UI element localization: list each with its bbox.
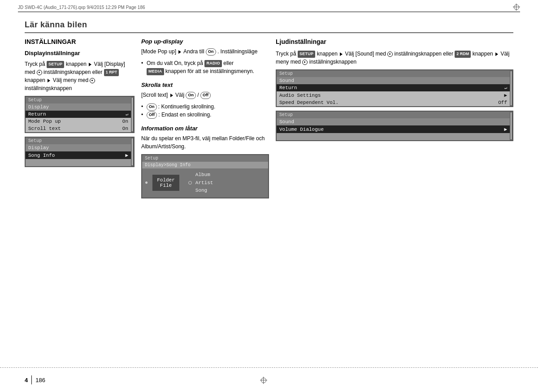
scrollbar-sound1: [510, 70, 512, 106]
arrow-voldialogue-icon: ▶: [504, 126, 507, 132]
chapter-number: 4: [25, 377, 28, 383]
sound-screen-header2: Setup: [277, 112, 510, 118]
sound-para: Tryck på SETUP knappen Välj [Sound] med …: [276, 50, 513, 66]
sound-screen-row-sound2: Sound: [277, 118, 510, 125]
display-para: Tryck på SETUP knappen Välj [Display] me…: [25, 60, 134, 92]
col-right: Ljudinställningar Tryck på SETUP knappen…: [276, 38, 513, 365]
arrow-icon: ▶: [125, 152, 128, 158]
screen-row-empty: [26, 159, 131, 166]
popup-para: [Mode Pop up] Andra till On . Inställnin…: [141, 47, 269, 56]
scroll-heading: Skrolla text: [141, 82, 269, 88]
badge-2rdm: 2 RDM: [455, 51, 471, 58]
main-heading: INSTÄLLNINGAR: [25, 38, 134, 45]
song-info-heading: Information om låtar: [141, 125, 269, 132]
scroll-para: [Scroll text] Välj On / Off: [141, 91, 269, 99]
arrow-right-right2: [495, 52, 498, 56]
song-info-para: När du spelar en MP3-fil, välj mellan Fo…: [141, 134, 269, 151]
arrow-right-icon2: [48, 79, 50, 82]
badge-off-bullet: Off: [147, 112, 157, 119]
popup-section: Pop up-display [Mode Pop up] Andra till …: [141, 38, 269, 75]
screen-display-2: Setup Display Song Info ▶: [25, 137, 134, 167]
song-info-screen-header: Setup: [142, 155, 268, 162]
page-num: 186: [35, 377, 45, 383]
top-bar: JD SWD-4C (Audio_171-276).qxp 9/4/2015 1…: [18, 4, 520, 12]
footer-divider: [31, 375, 32, 384]
song-info-panel: Setup Display>Song Info ● Folder File: [141, 154, 269, 198]
knob-icon: [37, 70, 42, 75]
screen-row-modepopup: Mode Pop up On: [26, 118, 131, 125]
badge-off-scroll: Off: [200, 92, 211, 99]
folder-file-box: Folder File: [152, 175, 179, 191]
scroll-text-section: Skrolla text [Scroll text] Välj On / Off…: [141, 82, 269, 119]
setup-badge-left: SETUP: [47, 61, 65, 68]
arrow-right-mid2: [170, 94, 173, 97]
screen-sound-1: Setup Sound Return ↵ Audio Settings ▶ Sp: [276, 69, 513, 107]
sound-screen-row-voldialogue: Volume Dialogue ▶: [277, 125, 510, 133]
screen-row-songinfo: Song Info ▶: [26, 151, 131, 159]
sound-screen-row-speed: Speed Dependent Vol. Off: [277, 99, 510, 106]
knob-icon-right: [387, 52, 393, 57]
bullet-off: Off : Endast en skrollning.: [141, 111, 269, 119]
screen-sound-2: Setup Sound Volume Dialogue ▶: [276, 111, 513, 141]
screen-row-display2: Display: [26, 144, 131, 151]
footer-crosshair: [260, 377, 267, 385]
sound-settings-heading: Ljudinställningar: [276, 38, 513, 45]
crosshair-icon: [513, 4, 520, 11]
scrollbar-2: [131, 138, 134, 166]
popup-heading: Pop up-display: [141, 38, 269, 45]
footer: 4 186: [0, 367, 538, 392]
screen-row-return: Return ↵: [26, 111, 131, 118]
sound-screen-header1: Setup: [277, 70, 510, 77]
setup-badge-right: SETUP: [298, 51, 316, 58]
sound-screen-row-return: Return ↵: [277, 84, 510, 91]
screen-row-scrolltext: Scroll text On: [26, 125, 131, 132]
display-settings-heading: Displayinställningar: [25, 50, 134, 56]
arrow-audio-icon: ▶: [504, 92, 507, 98]
bullet-on: On : Kontinuerlig skrollning.: [141, 103, 269, 111]
badge-media: MEDIA: [147, 68, 164, 75]
col-mid: Pop up-display [Mode Pop up] Andra till …: [141, 38, 276, 365]
song-info-subheader: Display>Song Info: [142, 162, 268, 168]
sound-screen-row-sound: Sound: [277, 77, 510, 84]
doc-info: JD SWD-4C (Audio_171-276).qxp 9/4/2015 1…: [18, 5, 145, 10]
badge-radio: RADIO: [204, 60, 222, 67]
knob-icon-right2: [302, 60, 308, 65]
page-number: 4 186: [25, 375, 45, 384]
badge-on-popup: On: [206, 48, 216, 56]
main-content: INSTÄLLNINGAR Displayinställningar Tryck…: [25, 38, 513, 365]
scroll-bullets: On : Kontinuerlig skrollning. Off : Enda…: [141, 103, 269, 119]
screen-row-display: Display: [26, 103, 131, 111]
scrollbar-1: [131, 97, 134, 132]
screen-display-1: Setup Display Return ↵ Mode Pop up On Sc: [25, 96, 134, 133]
badge-on-scroll: On: [186, 92, 196, 99]
knob-icon2: [90, 78, 95, 83]
footer-crosshair-icon: [260, 377, 267, 384]
screen-header: Setup: [26, 97, 131, 103]
sound-screen-row-empty2: [277, 133, 510, 140]
bullet-radio: Om du valt On, tryck på RADIO eller MEDI…: [141, 59, 269, 75]
song-info-section: Information om låtar När du spelar en MP…: [141, 125, 269, 198]
album-list: Album Artist Song: [195, 171, 213, 195]
arrow-right-mid1: [178, 50, 181, 54]
col-left: INSTÄLLNINGAR Displayinställningar Tryck…: [25, 38, 141, 365]
arrow-right-icon: [89, 63, 91, 66]
radio-circle-icon: [188, 181, 192, 185]
badge-on-bullet: On: [147, 103, 157, 111]
scrollbar-sound2: [510, 112, 512, 140]
popup-bullets: Om du valt On, tryck på RADIO eller MEDI…: [141, 59, 269, 75]
badge-1rpt: 1 RPT: [104, 69, 119, 76]
section-title: Lär känna bilen: [25, 20, 87, 30]
sound-screen-row-audio: Audio Settings ▶: [277, 91, 510, 99]
screen-header2: Setup: [26, 138, 131, 144]
song-info-body: ● Folder File Album Artist Song: [142, 168, 268, 198]
section-divider: [25, 32, 513, 33]
arrow-right-right1: [340, 52, 343, 56]
